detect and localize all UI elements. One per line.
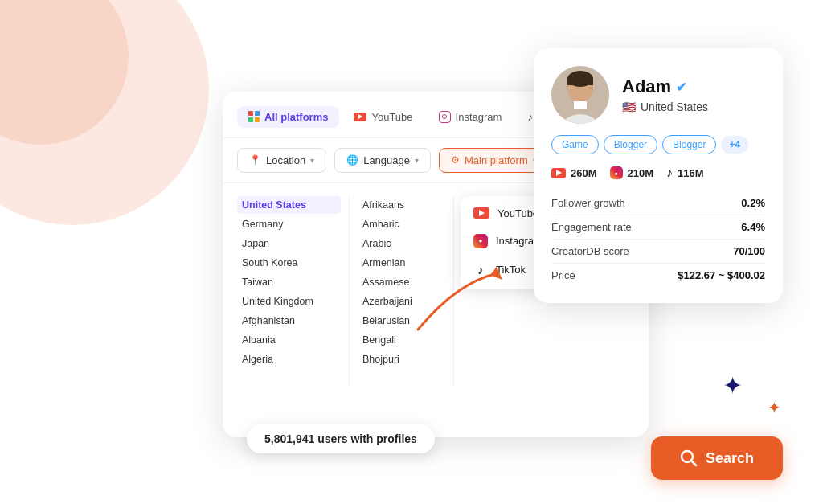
stat-youtube-icon (551, 168, 566, 178)
platform-filter-label: Main platform (465, 154, 528, 166)
user-count-badge: 5,801,941 users with profiles (247, 424, 435, 453)
language-item[interactable]: Assamese (358, 273, 445, 291)
location-list: United States Germany Japan South Korea … (237, 196, 350, 387)
location-filter-btn[interactable]: 📍 Location ▾ (237, 148, 326, 173)
location-item[interactable]: Japan (237, 235, 341, 252)
tab-all-platforms-label: All platforms (264, 111, 328, 123)
metric-row: CreatorDB score 70/100 (551, 240, 765, 264)
instagram-tab-icon (439, 111, 451, 123)
metric-value: 70/100 (653, 240, 765, 264)
svg-rect-5 (567, 79, 593, 85)
metric-row: Follower growth 0.2% (551, 191, 765, 215)
verified-icon: ✔ (676, 80, 686, 95)
location-item[interactable]: Algeria (237, 350, 341, 368)
instagram-icon: ● (473, 234, 488, 248)
svg-line-8 (691, 461, 696, 466)
language-item[interactable]: Afrikaans (358, 196, 445, 214)
profile-name-text: Adam (622, 76, 671, 97)
platform-filter-btn[interactable]: ⚙ Main platform ▾ (439, 148, 549, 173)
svg-rect-6 (574, 101, 587, 109)
instagram-tab-icon-inner (442, 114, 447, 119)
country-flag: 🇺🇸 (622, 100, 636, 113)
location-chevron-icon: ▾ (310, 156, 314, 165)
youtube-icon (473, 207, 489, 219)
tags-row: Game Blogger Blogger +4 (551, 135, 765, 154)
location-icon: 📍 (249, 154, 261, 166)
tab-all-platforms[interactable]: All platforms (237, 106, 339, 128)
user-count-text: 5,801,941 users with profiles (264, 432, 417, 445)
grid-icon (248, 111, 260, 122)
platform-option-tiktok-label: TikTok (496, 264, 526, 276)
location-item[interactable]: United States (237, 196, 341, 214)
stat-instagram: ● 210M (610, 166, 654, 179)
language-item[interactable]: Belarusian (358, 312, 445, 330)
tiktok-icon: ♪ (473, 263, 488, 277)
location-item[interactable]: Taiwan (237, 273, 341, 291)
language-item[interactable]: Azerbaijani (358, 293, 445, 310)
avatar-image (551, 66, 609, 124)
language-item[interactable]: Bhojpuri (358, 350, 445, 368)
language-item[interactable]: Bengali (358, 331, 445, 349)
language-item[interactable]: Arabic (358, 235, 445, 252)
stat-instagram-icon: ● (610, 166, 623, 179)
metric-label: Engagement rate (551, 215, 653, 240)
language-filter-label: Language (363, 154, 410, 166)
location-item[interactable]: Afghanistan (237, 312, 341, 330)
globe-icon: 🌐 (346, 154, 358, 166)
profile-name: Adam ✔ (622, 76, 708, 97)
youtube-tab-icon (354, 113, 366, 121)
tab-instagram[interactable]: Instagram (428, 106, 514, 128)
stats-row: 260M ● 210M ♪ 116M (551, 166, 765, 180)
stat-youtube: 260M (551, 167, 597, 179)
stat-tiktok: ♪ 116M (666, 166, 704, 180)
sparkle-navy-icon: ✦ (723, 371, 743, 400)
metric-value: 0.2% (653, 191, 765, 215)
location-item[interactable]: South Korea (237, 254, 341, 272)
stat-instagram-value: 210M (628, 167, 654, 179)
tab-instagram-label: Instagram (456, 111, 502, 123)
metric-label: Price (551, 264, 653, 288)
profile-country: 🇺🇸 United States (622, 100, 708, 113)
metric-label: CreatorDB score (551, 240, 653, 264)
sparkle-orange-icon: ✦ (768, 398, 781, 417)
metric-row: Engagement rate 6.4% (551, 215, 765, 240)
tag-blogger-2[interactable]: Blogger (662, 135, 716, 154)
stat-tiktok-value: 116M (678, 167, 704, 179)
country-name: United States (641, 100, 708, 113)
stat-tiktok-icon: ♪ (666, 166, 673, 180)
avatar (551, 66, 609, 124)
metric-row: Price $122.67 ~ $400.02 (551, 264, 765, 288)
language-chevron-icon: ▾ (415, 156, 419, 165)
tag-game[interactable]: Game (551, 135, 599, 154)
language-filter-btn[interactable]: 🌐 Language ▾ (334, 148, 431, 173)
tiktok-tab-icon: ♪ (527, 111, 533, 123)
search-button[interactable]: Search (651, 436, 783, 480)
language-list: Afrikaans Amharic Arabic Armenian Assame… (350, 196, 454, 387)
metric-label: Follower growth (551, 191, 653, 215)
metric-value: 6.4% (653, 215, 765, 240)
location-item[interactable]: Germany (237, 215, 341, 233)
language-item[interactable]: Amharic (358, 215, 445, 233)
location-item[interactable]: Albania (237, 331, 341, 349)
tag-blogger-1[interactable]: Blogger (604, 135, 657, 154)
language-item[interactable]: Armenian (358, 254, 445, 272)
tag-more[interactable]: +4 (721, 136, 748, 154)
platform-option-youtube-label: YouTube (497, 207, 538, 219)
tab-youtube-label: YouTube (371, 111, 412, 123)
stat-youtube-value: 260M (571, 167, 597, 179)
location-filter-label: Location (266, 154, 305, 166)
search-icon (680, 449, 698, 467)
profile-card: Adam ✔ 🇺🇸 United States Game Blogger Blo… (534, 48, 783, 303)
tab-youtube[interactable]: YouTube (342, 106, 424, 128)
platform-filter-icon: ⚙ (451, 154, 460, 166)
search-button-label: Search (706, 450, 754, 467)
metrics-table: Follower growth 0.2% Engagement rate 6.4… (551, 191, 765, 287)
profile-name-area: Adam ✔ 🇺🇸 United States (622, 76, 708, 113)
location-item[interactable]: United Kingdom (237, 293, 341, 310)
metric-price-value: $122.67 ~ $400.02 (653, 264, 765, 288)
profile-header: Adam ✔ 🇺🇸 United States (551, 66, 765, 124)
